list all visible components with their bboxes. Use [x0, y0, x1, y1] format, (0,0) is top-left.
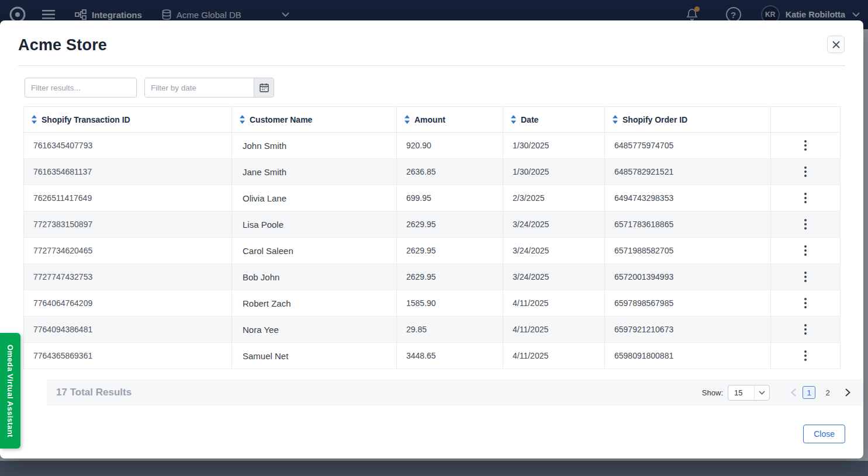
- modal-title: Acme Store: [18, 36, 845, 54]
- page-size-value: 15: [728, 388, 754, 397]
- customer-name-cell: Olivia Lane: [232, 185, 397, 211]
- show-label: Show:: [702, 388, 723, 397]
- table-row: 7764365869361Samuel Net3448.654/11/20256…: [24, 343, 841, 369]
- row-menu-button[interactable]: [798, 268, 812, 286]
- table-row: 7727734620465Carol Saleen2629.953/24/202…: [24, 238, 841, 264]
- table-row: 7727747432753Bob John2629.953/24/2025657…: [24, 264, 841, 290]
- customer-name-cell: John Smith: [232, 133, 397, 159]
- column-header-order-id[interactable]: Shopify Order ID: [605, 107, 771, 133]
- amount-cell: 3448.65: [397, 343, 503, 369]
- filter-results-input[interactable]: [25, 78, 137, 98]
- date-cell: 1/30/2025: [503, 159, 605, 185]
- next-page-button[interactable]: [842, 386, 854, 399]
- kebab-icon: [804, 196, 807, 205]
- row-actions-cell: [771, 185, 841, 211]
- table-row: 7764094386481Nora Yee29.854/11/202565979…: [24, 317, 841, 343]
- row-menu-button[interactable]: [798, 321, 812, 338]
- row-actions-cell: [771, 290, 841, 317]
- transaction-id-cell: 7727747432753: [24, 264, 232, 290]
- amount-cell: 2629.95: [397, 264, 503, 290]
- total-results: 17 Total Results: [56, 387, 132, 398]
- table-row: 7616354681137Jane Smith2636.851/30/20256…: [24, 159, 841, 185]
- column-label: Customer Name: [250, 115, 312, 124]
- order-id-cell: 6598091800881: [605, 343, 771, 369]
- kebab-icon: [804, 275, 807, 284]
- table-row: 7764064764209Robert Zach1585.904/11/2025…: [24, 290, 841, 317]
- transaction-id-cell: 7764064764209: [24, 290, 232, 317]
- amount-cell: 29.85: [397, 317, 503, 343]
- date-cell: 3/24/2025: [503, 238, 605, 264]
- order-id-cell: 6572001394993: [605, 264, 771, 290]
- customer-name-cell: Samuel Net: [232, 343, 397, 369]
- row-menu-button[interactable]: [798, 347, 812, 364]
- page-button-1[interactable]: 1: [803, 386, 815, 399]
- date-filter: [144, 78, 274, 98]
- order-id-cell: 6597921210673: [605, 317, 771, 343]
- transaction-id-cell: 7727734620465: [24, 238, 232, 264]
- date-cell: 3/24/2025: [503, 264, 605, 290]
- page-button-2[interactable]: 2: [821, 386, 834, 399]
- row-actions-cell: [771, 317, 841, 343]
- row-actions-cell: [771, 159, 841, 185]
- virtual-assistant-tab[interactable]: Omeda Virtual Assistant: [0, 333, 20, 449]
- row-menu-button[interactable]: [798, 294, 812, 312]
- row-menu-button[interactable]: [798, 163, 812, 180]
- amount-cell: 2629.95: [397, 238, 503, 264]
- row-menu-button[interactable]: [798, 189, 812, 207]
- results-table: Shopify Transaction ID Customer Name Amo…: [23, 106, 841, 369]
- amount-cell: 1585.90: [397, 290, 503, 317]
- order-id-cell: 6571988582705: [605, 238, 771, 264]
- sort-icon: [31, 115, 37, 124]
- chevron-down-icon: [754, 385, 769, 400]
- sort-icon: [612, 115, 618, 124]
- filter-by-date-input[interactable]: [145, 78, 254, 97]
- amount-cell: 920.90: [397, 133, 503, 159]
- amount-cell: 699.95: [397, 185, 503, 211]
- transaction-id-cell: 7764365869361: [24, 343, 232, 369]
- column-label: Amount: [414, 115, 445, 124]
- date-cell: 1/30/2025: [503, 133, 605, 159]
- kebab-icon: [804, 170, 807, 179]
- kebab-icon: [804, 144, 807, 152]
- order-id-cell: 6597898567985: [605, 290, 771, 317]
- row-menu-button[interactable]: [798, 216, 812, 233]
- customer-name-cell: Carol Saleen: [232, 238, 397, 264]
- transaction-id-cell: 7764094386481: [24, 317, 232, 343]
- transaction-id-cell: 7616345407793: [24, 133, 232, 159]
- prev-page-button[interactable]: [787, 386, 800, 399]
- date-cell: 4/11/2025: [503, 317, 605, 343]
- transaction-id-cell: 7616354681137: [24, 159, 232, 185]
- sort-icon: [239, 115, 245, 124]
- filter-bar: [25, 78, 840, 98]
- calendar-button[interactable]: [254, 78, 274, 97]
- header-divider: [18, 65, 845, 66]
- close-icon[interactable]: [827, 36, 845, 53]
- kebab-icon: [804, 328, 807, 336]
- column-header-amount[interactable]: Amount: [397, 107, 503, 133]
- row-actions-cell: [771, 133, 841, 159]
- order-id-cell: 6485782921521: [605, 159, 771, 185]
- table-header-row: Shopify Transaction ID Customer Name Amo…: [24, 107, 841, 133]
- kebab-icon: [804, 354, 807, 363]
- customer-name-cell: Robert Zach: [232, 290, 397, 317]
- column-header-transaction-id[interactable]: Shopify Transaction ID: [24, 107, 232, 133]
- column-label: Date: [521, 115, 538, 124]
- amount-cell: 2629.95: [397, 211, 503, 238]
- row-menu-button[interactable]: [798, 137, 812, 154]
- results-table-wrap: Shopify Transaction ID Customer Name Amo…: [23, 106, 840, 406]
- close-button[interactable]: Close: [803, 425, 845, 443]
- table-footer: 17 Total Results Show: 15 1 2: [47, 379, 863, 406]
- column-label: Shopify Order ID: [623, 115, 687, 124]
- order-id-cell: 6571783618865: [605, 211, 771, 238]
- acme-store-modal: Acme Store: [0, 20, 863, 458]
- column-header-customer-name[interactable]: Customer Name: [232, 107, 397, 133]
- date-cell: 2/3/2025: [503, 185, 605, 211]
- transaction-id-cell: 7626511417649: [24, 185, 232, 211]
- column-header-date[interactable]: Date: [503, 107, 605, 133]
- row-menu-button[interactable]: [798, 242, 812, 259]
- kebab-icon: [804, 249, 807, 258]
- row-actions-cell: [771, 238, 841, 264]
- page-size-select[interactable]: 15: [728, 385, 770, 401]
- amount-cell: 2636.85: [397, 159, 503, 185]
- customer-name-cell: Nora Yee: [232, 317, 397, 343]
